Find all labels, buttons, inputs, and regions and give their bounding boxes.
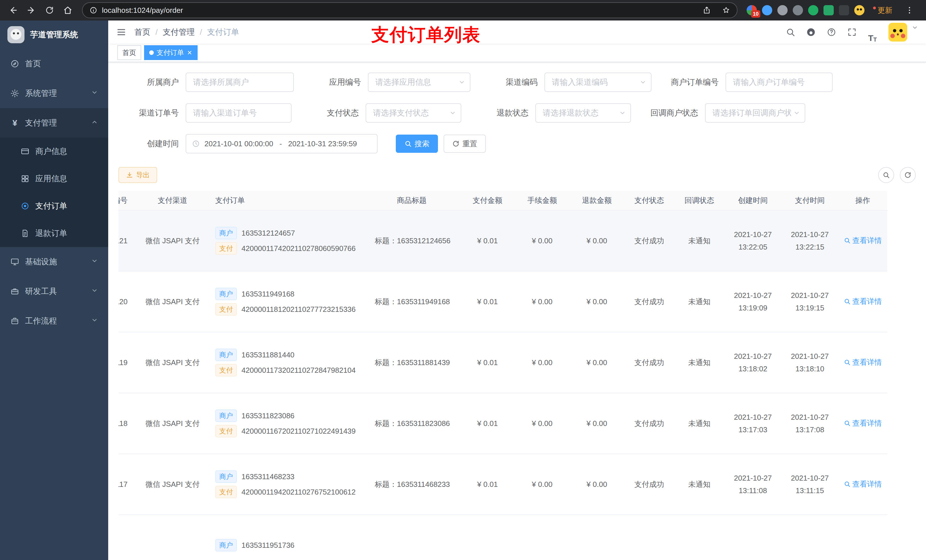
view-detail-link[interactable]: 查看详情 — [844, 479, 882, 489]
channel-order-no-input[interactable] — [186, 103, 292, 123]
cell-channel: 微信 JSAPI 支付 — [139, 332, 206, 393]
view-detail-link[interactable]: 查看详情 — [844, 235, 882, 246]
github-icon[interactable] — [802, 22, 820, 42]
sidebar-item-devtools[interactable]: 研发工具 — [0, 276, 108, 306]
cell-actions: 查看详情 — [838, 454, 887, 515]
notify-status-select[interactable]: 请选择订单回调商户状态 — [705, 103, 805, 123]
cell-pay-time: 2021-10-2713:17:08 — [781, 393, 838, 454]
view-detail-link[interactable]: 查看详情 — [844, 296, 882, 306]
app-frame: 芋道管理系统 首页 系统管理 ¥ 支付管理 商户信息 — [0, 21, 926, 560]
cell-pay-time — [781, 515, 838, 560]
col-notify: 回调状态 — [674, 191, 725, 210]
cell-actions: 查看详情 — [838, 271, 887, 332]
chevron-down-icon — [91, 257, 98, 266]
breadcrumb-home[interactable]: 首页 — [135, 27, 150, 38]
share-icon[interactable] — [699, 3, 714, 18]
toggle-search-button[interactable] — [878, 167, 894, 183]
table-row: 118 微信 JSAPI 支付 商户 1635311823086 支 — [118, 393, 887, 454]
cell-id: 117 — [118, 454, 139, 515]
cell-order: 商户 1635311823086 支付 42000011672021102710… — [206, 393, 363, 454]
extension-icon[interactable] — [762, 5, 772, 15]
refund-status-select[interactable]: 请选择退款状态 — [535, 103, 631, 123]
col-create-time: 创建时间 — [725, 191, 781, 210]
search-icon — [844, 359, 850, 366]
grid-icon — [21, 174, 30, 183]
toolbox-icon — [10, 287, 20, 296]
table-body: 121 微信 JSAPI 支付 商户 1635312124657 支 — [118, 210, 887, 560]
site-info-icon[interactable] — [89, 6, 97, 14]
sidebar-item-pay-order[interactable]: 支付订单 — [0, 192, 108, 220]
merchant-order-no-input[interactable] — [726, 72, 832, 92]
cell-refund — [569, 515, 624, 560]
date-start[interactable]: 2021-10-01 00:00:00 — [204, 139, 273, 148]
cell-channel: 微信 JSAPI 支付 — [139, 271, 206, 332]
extension-icon[interactable] — [823, 5, 834, 15]
sidebar-item-merchant-info[interactable]: 商户信息 — [0, 138, 108, 165]
briefcase-icon — [10, 316, 20, 326]
app-select[interactable]: 请选择应用信息 — [368, 72, 471, 92]
browser-home-button[interactable] — [59, 2, 76, 19]
fullscreen-icon[interactable] — [843, 22, 861, 42]
reset-button[interactable]: 重置 — [443, 134, 486, 153]
orders-table-wrap: 编号 支付渠道 支付订单 商品标题 支付金额 手续金额 退款金额 支付状态 回调… — [118, 191, 916, 560]
col-id: 编号 — [118, 191, 139, 210]
search-button[interactable]: 搜索 — [396, 134, 438, 153]
table-toolbar: 导出 — [118, 167, 916, 183]
extension-icon[interactable] — [839, 5, 849, 15]
cell-fee: ¥ 0.00 — [515, 271, 569, 332]
bookmark-star-icon[interactable] — [719, 3, 734, 18]
sidebar-item-pay[interactable]: ¥ 支付管理 — [0, 108, 108, 138]
pay-badge: 支付 — [215, 303, 237, 315]
channel-code-select[interactable]: 请输入渠道编码 — [545, 72, 652, 92]
font-size-icon[interactable]: TT — [863, 22, 882, 42]
browser-forward-button[interactable] — [23, 2, 40, 19]
merchant-order-line: 商户 1635311951736 — [215, 539, 363, 551]
document-icon — [21, 229, 30, 238]
browser-menu-icon[interactable] — [901, 2, 918, 19]
sidebar-item-home[interactable]: 首页 — [0, 49, 108, 78]
url-bar[interactable]: localhost:1024/pay/order — [82, 2, 737, 18]
extension-icon[interactable] — [808, 5, 819, 15]
extension-icon[interactable] — [777, 5, 788, 15]
sidebar-item-refund-order[interactable]: 退款订单 — [0, 220, 108, 247]
pay-status-select[interactable]: 请选择支付状态 — [366, 103, 461, 123]
breadcrumb-pay[interactable]: 支付管理 — [163, 27, 195, 38]
export-button[interactable]: 导出 — [118, 167, 157, 183]
cell-title: 标题： — [363, 515, 460, 560]
tab-home[interactable]: 首页 — [117, 45, 141, 60]
avatar[interactable] — [888, 23, 907, 42]
cell-id: 119 — [118, 332, 139, 393]
cell-title: 标题：1635311949168 — [363, 271, 460, 332]
browser-back-button[interactable] — [5, 2, 22, 19]
avatar-caret-icon[interactable] — [912, 24, 918, 31]
breadcrumb-current: 支付订单 — [207, 27, 239, 38]
close-icon[interactable] — [187, 50, 192, 56]
extension-icon[interactable] — [793, 5, 803, 15]
table-row: 119 微信 JSAPI 支付 商户 1635311881440 支 — [118, 332, 887, 393]
date-range-picker[interactable]: 2021-10-01 00:00:00 - 2021-10-31 23:59:5… — [186, 134, 378, 153]
search-icon[interactable] — [781, 22, 800, 42]
tab-pay-order[interactable]: 支付订单 — [144, 45, 198, 60]
sidebar-item-infra[interactable]: 基础设施 — [0, 247, 108, 276]
search-icon — [404, 140, 412, 147]
browser-reload-button[interactable] — [41, 2, 58, 19]
help-icon[interactable] — [822, 22, 841, 42]
cell-order: 商户 1635311468233 支付 42000011942021102767… — [206, 454, 363, 515]
profile-avatar-icon[interactable] — [854, 5, 864, 15]
chevron-down-icon — [449, 110, 456, 116]
view-detail-link[interactable]: 查看详情 — [844, 358, 882, 367]
view-detail-link[interactable]: 查看详情 — [844, 418, 882, 428]
merchant-input[interactable] — [186, 72, 294, 92]
update-dot — [873, 6, 876, 9]
merchant-badge: 商户 — [215, 227, 237, 239]
sidebar-item-system[interactable]: 系统管理 — [0, 78, 108, 108]
url-text[interactable]: localhost:1024/pay/order — [102, 6, 183, 15]
hamburger-icon[interactable] — [116, 27, 126, 37]
extension-icon[interactable]: 10 — [747, 5, 757, 15]
sidebar-item-workflow[interactable]: 工作流程 — [0, 306, 108, 336]
date-end[interactable]: 2021-10-31 23:59:59 — [288, 139, 357, 148]
pay-order-line: 支付 4200001173202110272847982104 — [215, 364, 363, 376]
refresh-table-button[interactable] — [900, 167, 916, 183]
sidebar-item-app-info[interactable]: 应用信息 — [0, 165, 108, 192]
browser-update-button[interactable]: 更新 — [870, 5, 896, 15]
